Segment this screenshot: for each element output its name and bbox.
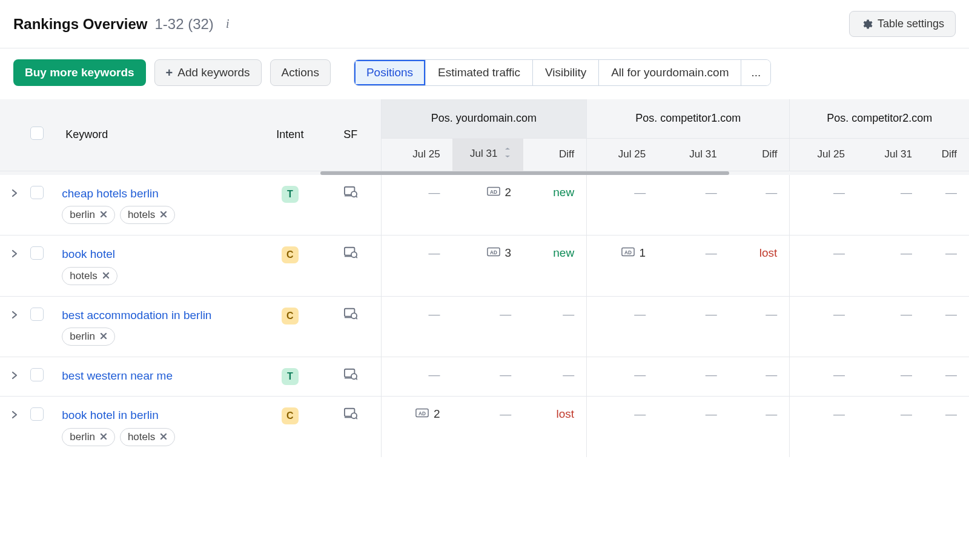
row-checkbox[interactable] [30,368,44,381]
serp-features-icon[interactable] [320,308,381,320]
expand-row-button[interactable] [10,371,19,380]
plus-icon: + [166,67,173,79]
cell-comp2-jul25: — [790,296,857,357]
tag-label: berlin [70,331,95,343]
cell-yourdomain-jul31: — [452,357,524,397]
remove-tag-icon[interactable] [160,209,167,221]
info-icon[interactable]: i [221,18,234,31]
cell-comp1-jul25: 1 [587,236,658,297]
keyword-tag[interactable]: berlin [62,328,115,346]
keyword-link[interactable]: best accommodation in berlin [62,308,260,323]
cell-comp2-jul25: — [790,236,857,297]
buy-more-keywords-label: Buy more keywords [25,66,134,79]
keyword-link[interactable]: book hotel [62,246,260,262]
toolbar: Buy more keywords + Add keywords Actions… [0,48,969,99]
remove-tag-icon[interactable] [100,431,107,443]
table-row: best western near meT————————— [0,357,969,397]
column-group-yourdomain[interactable]: Pos. yourdomain.com [381,99,587,138]
cell-comp1-diff: — [729,397,790,457]
column-yourdomain-jul25[interactable]: Jul 25 [381,138,452,171]
expand-row-button[interactable] [10,410,19,420]
ad-icon [415,408,429,418]
keyword-tag[interactable]: berlin [62,428,115,446]
cell-comp2-diff: — [924,236,969,297]
column-keyword[interactable]: Keyword [62,99,260,171]
add-keywords-button[interactable]: + Add keywords [154,59,262,86]
keyword-tag[interactable]: hotels [120,206,175,224]
column-group-competitor2[interactable]: Pos. competitor2.com [790,99,969,138]
table-settings-button[interactable]: Table settings [849,11,956,37]
cell-yourdomain-jul25: — [381,175,452,236]
row-checkbox[interactable] [30,308,44,321]
tab-all-for-domain[interactable]: All for yourdomain.com [599,60,741,85]
tab-estimated-traffic[interactable]: Estimated traffic [426,60,533,85]
tag-label: hotels [70,270,97,282]
cell-comp2-diff: — [924,357,969,397]
column-group-competitor1[interactable]: Pos. competitor1.com [587,99,790,138]
cell-comp2-diff: — [924,175,969,236]
actions-button[interactable]: Actions [270,59,331,86]
ad-icon [621,247,635,257]
cell-comp2-jul31: — [857,296,924,357]
cell-comp2-jul31: — [857,175,924,236]
column-comp2-jul31[interactable]: Jul 31 [857,138,924,171]
keyword-tag[interactable]: berlin [62,206,115,224]
column-intent[interactable]: Intent [260,99,320,171]
column-comp2-jul25[interactable]: Jul 25 [790,138,857,171]
column-comp1-diff[interactable]: Diff [729,138,790,171]
cell-comp1-diff: — [729,175,790,236]
ad-icon [487,186,500,196]
remove-tag-icon[interactable] [102,270,110,282]
keyword-link[interactable]: book hotel in berlin [62,407,260,423]
table-row: book hotelhotelsC—3new1—lost——— [0,236,969,297]
column-comp2-diff[interactable]: Diff [924,138,969,171]
column-comp1-jul25[interactable]: Jul 25 [587,138,658,171]
row-checkbox[interactable] [30,246,44,260]
column-yourdomain-diff[interactable]: Diff [523,138,586,171]
row-checkbox[interactable] [30,407,44,421]
page-header: Rankings Overview 1-32 (32) i Table sett… [0,0,969,48]
select-all-checkbox[interactable] [30,127,44,140]
cell-yourdomain-jul25: — [381,357,452,397]
keyword-link[interactable]: best western near me [62,368,260,384]
serp-features-icon[interactable] [320,246,381,259]
remove-tag-icon[interactable] [100,209,107,221]
remove-tag-icon[interactable] [160,431,167,443]
sort-icon [504,147,511,162]
keyword-tag[interactable]: hotels [62,267,117,285]
cell-comp1-jul25: — [587,397,658,457]
cell-comp2-diff: — [924,397,969,457]
buy-more-keywords-button[interactable]: Buy more keywords [13,59,146,86]
cell-comp1-jul31: — [658,296,729,357]
table-row: cheap hotels berlinberlinhotelsT—2new———… [0,175,969,236]
serp-features-icon[interactable] [320,368,381,380]
cell-yourdomain-jul25: — [381,236,452,297]
expand-row-button[interactable] [10,249,19,259]
tag-label: hotels [128,431,155,443]
column-comp1-jul31[interactable]: Jul 31 [658,138,729,171]
column-yourdomain-jul31[interactable]: Jul 31 [452,138,524,171]
tab-positions[interactable]: Positions [354,60,426,85]
cell-comp2-diff: — [924,296,969,357]
intent-badge: C [282,308,299,324]
cell-comp2-jul25: — [790,175,857,236]
cell-comp2-jul25: — [790,357,857,397]
cell-yourdomain-jul25: — [381,296,452,357]
tag-label: berlin [70,209,95,221]
horizontal-scrollbar[interactable] [320,171,729,175]
expand-row-button[interactable] [10,188,19,198]
table-row: book hotel in berlinberlinhotelsC2—lost—… [0,397,969,457]
cell-comp1-jul31: — [658,397,729,457]
keyword-tag[interactable]: hotels [120,428,175,446]
remove-tag-icon[interactable] [100,331,107,343]
expand-row-button[interactable] [10,310,19,320]
row-checkbox[interactable] [30,186,44,199]
tag-label: hotels [128,209,155,221]
keyword-link[interactable]: cheap hotels berlin [62,186,260,202]
serp-features-icon[interactable] [320,407,381,420]
tab-more[interactable]: ... [741,60,770,85]
column-sf[interactable]: SF [320,99,381,171]
cell-comp1-jul31: — [658,175,729,236]
serp-features-icon[interactable] [320,186,381,198]
tab-visibility[interactable]: Visibility [533,60,599,85]
